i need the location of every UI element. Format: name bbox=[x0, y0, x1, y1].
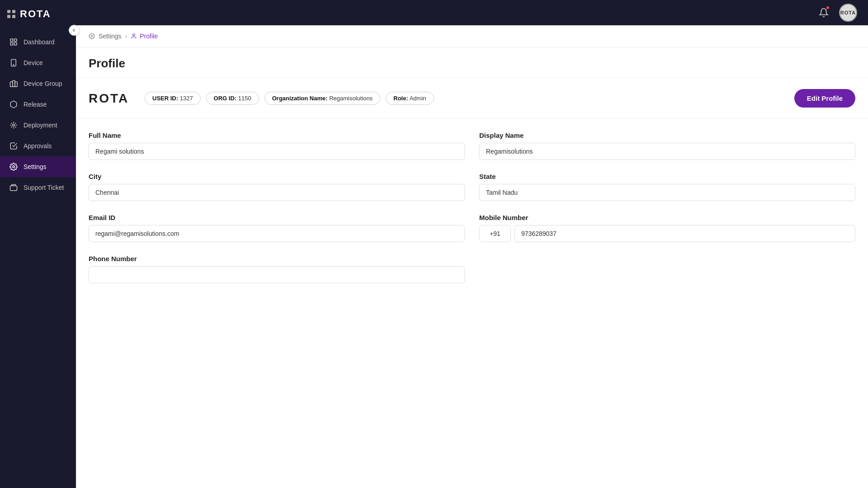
profile-breadcrumb-icon bbox=[131, 33, 137, 39]
full-name-group: Full Name bbox=[89, 131, 465, 160]
sidebar-item-settings[interactable]: Settings bbox=[0, 156, 76, 177]
breadcrumb: Settings › Profile bbox=[76, 25, 868, 47]
full-name-label: Full Name bbox=[89, 131, 465, 139]
display-name-group: Display Name bbox=[479, 131, 855, 160]
org-name-badge: Organization Name: Regamisolutions bbox=[264, 92, 381, 105]
sidebar-item-approvals[interactable]: Approvals bbox=[0, 136, 76, 156]
mobile-input-group bbox=[479, 225, 855, 242]
city-label: City bbox=[89, 173, 465, 180]
phone-input[interactable] bbox=[89, 266, 465, 283]
form-area: Full Name Display Name City State bbox=[76, 119, 868, 309]
svg-point-13 bbox=[133, 34, 135, 36]
approvals-icon bbox=[9, 141, 18, 150]
city-input[interactable] bbox=[89, 184, 465, 201]
email-label: Email ID bbox=[89, 214, 465, 221]
sidebar-item-settings-label: Settings bbox=[24, 163, 47, 170]
svg-rect-7 bbox=[13, 80, 15, 87]
sidebar-item-dashboard-label: Dashboard bbox=[24, 38, 55, 46]
state-group: State bbox=[479, 173, 855, 201]
name-row: Full Name Display Name bbox=[89, 131, 855, 160]
full-name-input[interactable] bbox=[89, 143, 465, 160]
profile-logo: ROTA bbox=[89, 91, 134, 106]
settings-breadcrumb-icon bbox=[89, 33, 95, 39]
svg-point-9 bbox=[13, 124, 15, 127]
sidebar-item-approvals-label: Approvals bbox=[24, 142, 52, 150]
edit-profile-button[interactable]: Edit Profile bbox=[794, 89, 855, 108]
phone-group: Phone Number bbox=[89, 255, 465, 283]
org-id-value: 1150 bbox=[238, 95, 251, 102]
org-name-value: Regamisolutions bbox=[329, 95, 373, 102]
sidebar-item-support-ticket-label: Support Ticket bbox=[24, 184, 64, 191]
sidebar-item-device-group[interactable]: Device Group bbox=[0, 73, 76, 94]
breadcrumb-parent: Settings bbox=[99, 33, 122, 40]
user-id-badge: USER ID: 1327 bbox=[145, 92, 201, 105]
deployment-icon bbox=[9, 121, 18, 130]
role-badge: Role: Admin bbox=[386, 92, 434, 105]
avatar-button[interactable]: ROTA bbox=[839, 4, 857, 22]
contact-row: Email ID Mobile Number bbox=[89, 214, 855, 242]
mobile-label: Mobile Number bbox=[479, 214, 855, 221]
content-area: Settings › Profile Profile ROTA USER ID:… bbox=[76, 25, 868, 488]
mobile-group: Mobile Number bbox=[479, 214, 855, 242]
sidebar-item-release-label: Release bbox=[24, 101, 47, 108]
breadcrumb-separator: › bbox=[125, 33, 127, 40]
sidebar-nav: Dashboard Device Device Group Release De bbox=[0, 28, 76, 488]
device-group-icon bbox=[9, 79, 18, 88]
sidebar-item-deployment[interactable]: Deployment bbox=[0, 115, 76, 136]
sidebar-item-release[interactable]: Release bbox=[0, 94, 76, 115]
mobile-prefix-input[interactable] bbox=[479, 225, 511, 242]
support-ticket-icon bbox=[9, 183, 18, 192]
page-title: Profile bbox=[89, 56, 855, 70]
dashboard-icon bbox=[9, 38, 18, 47]
svg-rect-0 bbox=[10, 39, 13, 41]
svg-point-5 bbox=[13, 65, 14, 66]
role-label: Role: bbox=[393, 95, 408, 102]
city-group: City bbox=[89, 173, 465, 201]
sidebar-item-deployment-label: Deployment bbox=[24, 122, 57, 129]
role-value: Admin bbox=[410, 95, 426, 102]
notification-badge bbox=[826, 5, 830, 10]
mobile-number-input[interactable] bbox=[514, 225, 855, 242]
main-wrapper: ROTA Settings › Profile Profile bbox=[76, 0, 868, 488]
breadcrumb-current: Profile bbox=[131, 33, 158, 40]
display-name-input[interactable] bbox=[479, 143, 855, 160]
org-name-label: Organization Name: bbox=[272, 95, 328, 102]
sidebar-item-device-label: Device bbox=[24, 59, 43, 66]
svg-rect-8 bbox=[15, 82, 17, 87]
sidebar-header: ROTA bbox=[0, 0, 76, 28]
user-id-value: 1327 bbox=[180, 95, 193, 102]
org-id-label: ORG ID: bbox=[214, 95, 237, 102]
svg-rect-11 bbox=[10, 186, 17, 191]
notification-button[interactable] bbox=[816, 5, 832, 21]
state-input[interactable] bbox=[479, 184, 855, 201]
svg-point-12 bbox=[91, 35, 93, 37]
sidebar-item-support-ticket[interactable]: Support Ticket bbox=[0, 177, 76, 198]
sidebar: ROTA Dashboard Device Device Group Rele bbox=[0, 0, 76, 488]
state-label: State bbox=[479, 173, 855, 180]
sidebar-item-device[interactable]: Device bbox=[0, 52, 76, 73]
device-icon bbox=[9, 58, 18, 67]
location-row: City State bbox=[89, 173, 855, 201]
svg-rect-3 bbox=[14, 43, 17, 45]
display-name-label: Display Name bbox=[479, 131, 855, 139]
svg-rect-1 bbox=[14, 39, 17, 41]
app-logo: ROTA bbox=[20, 8, 51, 20]
svg-rect-6 bbox=[10, 82, 13, 87]
email-input[interactable] bbox=[89, 225, 465, 242]
user-id-label: USER ID: bbox=[152, 95, 178, 102]
svg-rect-2 bbox=[10, 43, 13, 45]
phone-label: Phone Number bbox=[89, 255, 465, 263]
topbar: ROTA bbox=[76, 0, 868, 25]
grid-icon bbox=[7, 10, 15, 18]
svg-point-10 bbox=[13, 166, 15, 168]
page-title-area: Profile bbox=[76, 47, 868, 78]
phone-row: Phone Number bbox=[89, 255, 855, 283]
profile-meta: USER ID: 1327 ORG ID: 1150 Organization … bbox=[145, 92, 783, 105]
release-icon bbox=[9, 100, 18, 109]
org-id-badge: ORG ID: 1150 bbox=[206, 92, 259, 105]
profile-card: ROTA USER ID: 1327 ORG ID: 1150 Organiza… bbox=[76, 78, 868, 119]
email-group: Email ID bbox=[89, 214, 465, 242]
sidebar-item-device-group-label: Device Group bbox=[24, 80, 62, 87]
settings-icon bbox=[9, 162, 18, 171]
sidebar-item-dashboard[interactable]: Dashboard bbox=[0, 32, 76, 52]
